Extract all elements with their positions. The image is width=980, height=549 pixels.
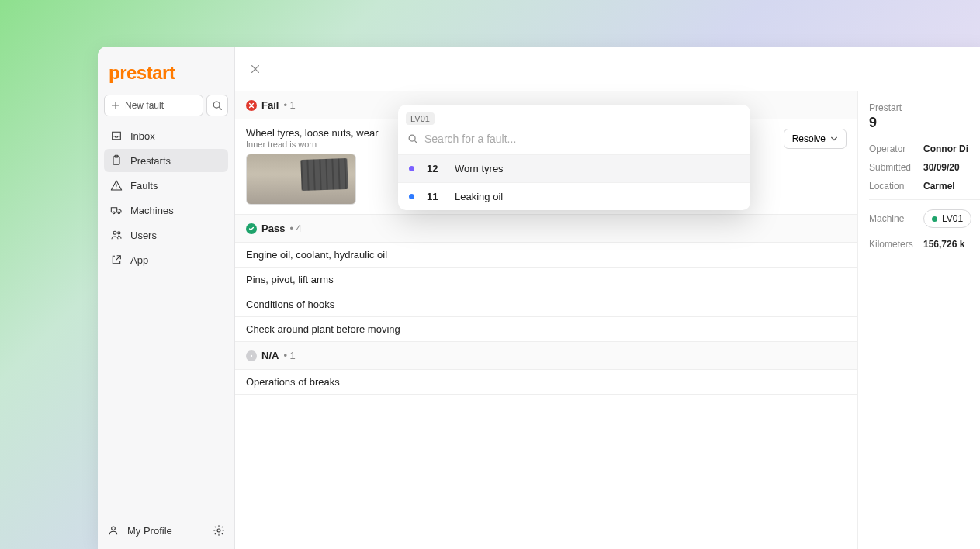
operator-value: Connor Di xyxy=(923,143,968,154)
location-key: Location xyxy=(869,181,919,192)
user-icon xyxy=(107,524,119,537)
sidebar-item-inbox[interactable]: Inbox xyxy=(104,124,228,147)
check-row[interactable]: Conditions of hooks xyxy=(235,292,857,317)
users-icon xyxy=(110,229,123,241)
status-dot-icon xyxy=(409,166,414,171)
machine-pill[interactable]: LV01 xyxy=(923,209,971,228)
fail-count: • 1 xyxy=(283,99,295,111)
na-status-icon xyxy=(246,350,257,361)
plus-icon xyxy=(111,101,120,110)
gear-icon xyxy=(213,524,225,537)
fault-option[interactable]: 12 Worn tyres xyxy=(398,154,750,182)
na-title: N/A xyxy=(261,350,279,361)
fault-option[interactable]: 11 Leaking oil xyxy=(398,182,750,210)
fail-title: Fail xyxy=(261,99,279,111)
sidebar-item-label: Faults xyxy=(130,180,158,192)
svg-point-7 xyxy=(112,527,116,530)
pass-title: Pass xyxy=(261,223,285,234)
sidebar-item-label: Machines xyxy=(130,205,174,216)
settings-button[interactable] xyxy=(213,524,225,537)
my-profile-link[interactable]: My Profile xyxy=(107,524,172,537)
pass-section-header: Pass • 4 xyxy=(235,215,857,243)
submitted-value: 30/09/20 xyxy=(923,162,960,173)
search-button[interactable] xyxy=(206,95,228,116)
machine-value: LV01 xyxy=(942,213,963,224)
sidebar-item-faults[interactable]: Faults xyxy=(104,174,228,197)
svg-point-6 xyxy=(118,232,120,234)
app-shell: prestart New fault Inbox Prestarts Fault… xyxy=(98,47,980,549)
fault-option-label: Worn tyres xyxy=(455,163,504,174)
resolve-label: Resolve xyxy=(792,133,826,144)
operator-key: Operator xyxy=(869,143,919,154)
close-button[interactable] xyxy=(246,60,265,78)
sidebar-item-machines[interactable]: Machines xyxy=(104,199,228,222)
svg-point-8 xyxy=(217,529,220,532)
main-header xyxy=(235,47,980,92)
sidebar-item-label: Users xyxy=(130,230,157,241)
svg-point-0 xyxy=(213,102,220,108)
fail-status-icon xyxy=(246,100,257,111)
new-fault-row: New fault xyxy=(104,95,228,116)
submitted-key: Submitted xyxy=(869,162,919,173)
fault-option-id: 11 xyxy=(427,191,442,202)
svg-point-10 xyxy=(409,135,415,141)
fault-option-label: Leaking oil xyxy=(455,191,503,202)
chevron-down-icon xyxy=(830,135,838,143)
main: Fail • 1 Wheel tyres, loose nuts, wear I… xyxy=(235,47,980,549)
fail-item-thumbnail[interactable] xyxy=(246,154,356,205)
nav: Inbox Prestarts Faults Machines Users Ap… xyxy=(104,124,228,271)
popup-machine-tag[interactable]: LV01 xyxy=(406,112,435,125)
close-icon xyxy=(250,64,261,74)
location-value: Carmel xyxy=(923,181,955,192)
truck-icon xyxy=(110,204,123,216)
inbox-icon xyxy=(110,129,123,142)
machine-key: Machine xyxy=(869,213,919,224)
sidebar-item-label: Inbox xyxy=(130,130,155,142)
fault-search-popup: LV01 12 Worn tyres 11 Leaking oil xyxy=(398,105,750,210)
check-row[interactable]: Engine oil, coolant, hydraulic oil xyxy=(235,243,857,268)
external-link-icon xyxy=(110,254,123,266)
svg-point-4 xyxy=(118,212,120,214)
check-row[interactable]: Check around plant before moving xyxy=(235,317,857,342)
sidebar-item-prestarts[interactable]: Prestarts xyxy=(104,149,228,172)
fault-option-id: 12 xyxy=(427,163,442,174)
fault-search-input[interactable] xyxy=(424,133,741,145)
svg-point-9 xyxy=(251,354,252,356)
new-fault-button[interactable]: New fault xyxy=(104,95,203,116)
na-section-header: N/A • 1 xyxy=(235,342,857,370)
status-dot-icon xyxy=(409,194,414,199)
sidebar: prestart New fault Inbox Prestarts Fault… xyxy=(98,47,235,549)
na-count: • 1 xyxy=(283,350,295,361)
search-icon xyxy=(212,100,223,111)
prestart-label: Prestart xyxy=(869,102,980,113)
kilometers-value: 156,726 k xyxy=(923,239,964,250)
warning-icon xyxy=(110,179,123,192)
clipboard-icon xyxy=(110,154,123,167)
resolve-button[interactable]: Resolve xyxy=(784,129,847,149)
check-row[interactable]: Operations of breaks xyxy=(235,370,857,395)
pass-count: • 4 xyxy=(289,223,301,234)
prestart-number: 9 xyxy=(869,115,980,131)
pass-status-icon xyxy=(246,223,257,234)
svg-point-5 xyxy=(113,231,116,234)
popup-search-row xyxy=(398,125,750,154)
sidebar-item-app[interactable]: App xyxy=(104,248,228,271)
detail-panel: Prestart 9 Operator Connor Di Submitted … xyxy=(858,92,980,549)
logo: prestart xyxy=(104,56,228,95)
check-row[interactable]: Pins, pivot, lift arms xyxy=(235,268,857,292)
new-fault-label: New fault xyxy=(125,100,164,111)
sidebar-item-users[interactable]: Users xyxy=(104,223,228,247)
sidebar-footer: My Profile xyxy=(104,520,228,541)
sidebar-item-label: App xyxy=(130,254,148,266)
kilometers-key: Kilometers xyxy=(869,239,919,250)
svg-point-3 xyxy=(113,212,115,214)
search-icon xyxy=(407,133,418,144)
profile-label: My Profile xyxy=(127,525,172,537)
sidebar-item-label: Prestarts xyxy=(130,155,171,167)
